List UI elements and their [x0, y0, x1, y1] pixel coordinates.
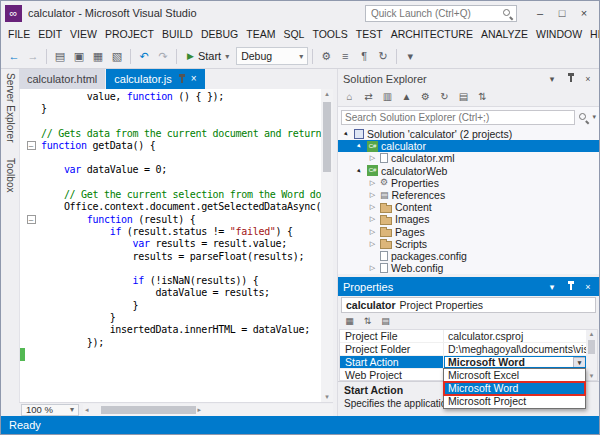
categorized-icon[interactable]: ▦ — [342, 315, 357, 328]
menu-item-help[interactable]: HELP — [586, 25, 599, 44]
refresh-icon[interactable]: ↻ — [374, 47, 392, 65]
tree-item-content[interactable]: ▷Content — [338, 201, 599, 213]
tab-calculator-html[interactable]: calculator.html — [19, 69, 105, 89]
tree-expanded-icon[interactable]: ▸ — [353, 165, 365, 177]
editor-horizontal-scrollbar[interactable]: ◂ ▸ — [83, 404, 333, 416]
tree-item-web-config[interactable]: ▷Web.config — [338, 262, 599, 274]
tree-item-calculatorweb[interactable]: ▸C#calculatorWeb — [338, 165, 599, 177]
tab-calculator-js[interactable]: calculator.js× — [106, 69, 204, 89]
menu-item-debug[interactable]: DEBUG — [197, 25, 242, 44]
menu-item-build[interactable]: BUILD — [158, 25, 197, 44]
fold-collapse-icon[interactable]: – — [27, 141, 36, 150]
menu-item-analyze[interactable]: ANALYZE — [477, 25, 532, 44]
toolbar-overflow-icon[interactable]: ▾ — [401, 47, 419, 65]
scrollbar-thumb[interactable] — [323, 102, 331, 172]
scroll-up-icon[interactable]: ▴ — [325, 89, 329, 99]
zoom-control[interactable]: 100 % ▾ — [21, 404, 79, 416]
chevron-down-icon[interactable]: ▾ — [592, 113, 596, 121]
menu-item-sql[interactable]: SQL — [279, 25, 308, 44]
scrollbar-thumb[interactable] — [588, 340, 595, 354]
tree-item-packages-config[interactable]: packages.config — [338, 250, 599, 262]
alphabetical-icon[interactable]: ⇅ — [360, 315, 375, 328]
tree-item-references[interactable]: ▷▤References — [338, 189, 599, 201]
fold-margin[interactable]: – — [25, 215, 37, 224]
tree-collapsed-icon[interactable]: ▷ — [368, 179, 377, 187]
window-menu-icon[interactable]: ▾ — [546, 282, 558, 292]
tree-item-scripts[interactable]: ▷Scripts — [338, 238, 599, 250]
property-row-project-file[interactable]: Project Filecalculator.csproj — [340, 330, 586, 343]
tree-item-solution-calculator-2-projects[interactable]: ▸Solution 'calculator' (2 projects) — [338, 128, 599, 140]
code-area[interactable]: value, function () { });}// Gets data fr… — [19, 89, 333, 402]
menu-item-test[interactable]: TEST — [352, 25, 387, 44]
scroll-down-icon[interactable]: ▾ — [325, 392, 329, 402]
find-in-files-icon[interactable]: ≡ — [336, 47, 354, 65]
menu-item-file[interactable]: FILE — [4, 25, 34, 44]
menu-item-view[interactable]: VIEW — [66, 25, 101, 44]
pin-icon[interactable] — [564, 281, 576, 293]
back-forward-icon[interactable]: ⇄ — [360, 89, 377, 105]
collapse-all-icon[interactable]: ▲ — [398, 89, 415, 105]
pin-icon[interactable] — [177, 74, 186, 84]
tree-collapsed-icon[interactable]: ▷ — [368, 215, 377, 223]
tree-item-pages[interactable]: ▷Pages — [338, 226, 599, 238]
save-icon[interactable]: ▦ — [89, 47, 107, 65]
property-pages-icon[interactable]: ▤ — [378, 315, 393, 328]
dropdown-option-microsoft-excel[interactable]: Microsoft Excel — [444, 369, 585, 382]
tab-server-explorer[interactable]: Server Explorer — [5, 73, 16, 142]
fold-margin[interactable]: – — [25, 141, 37, 150]
scroll-right-icon[interactable]: ▸ — [196, 405, 204, 415]
menu-item-tools[interactable]: TOOLS — [308, 25, 351, 44]
nav-forward-icon[interactable]: → — [24, 47, 42, 65]
tree-collapsed-icon[interactable]: ▷ — [368, 264, 377, 272]
tree-collapsed-icon[interactable]: ▷ — [368, 191, 377, 199]
property-row-project-folder[interactable]: Project FolderD:\meghagoyal\documents\vi… — [340, 343, 586, 356]
properties-object-selector[interactable]: calculator Project Properties — [341, 297, 596, 313]
tree-item-properties[interactable]: ▷⚙Properties — [338, 177, 599, 189]
build-icon[interactable]: ⚙ — [317, 47, 335, 65]
editor-vertical-scrollbar[interactable]: ▴ ▾ — [321, 89, 333, 402]
menu-item-edit[interactable]: EDIT — [34, 25, 66, 44]
scroll-down-icon[interactable]: ▾ — [590, 372, 594, 380]
menu-item-window[interactable]: WINDOW — [532, 25, 586, 44]
undo-icon[interactable]: ↶ — [135, 47, 153, 65]
start-debug-button[interactable]: ▶Start▾ — [181, 47, 235, 66]
sync-icon[interactable]: ⇅ — [474, 89, 491, 105]
new-file-icon[interactable]: ▤ — [51, 47, 69, 65]
window-menu-icon[interactable]: ▾ — [546, 74, 558, 84]
menu-item-architecture[interactable]: ARCHITECTURE — [387, 25, 477, 44]
tab-toolbox[interactable]: Toolbox — [5, 158, 16, 192]
close-icon[interactable]: × — [582, 74, 594, 84]
minimize-button[interactable]: – — [529, 4, 551, 22]
menu-item-project[interactable]: PROJECT — [101, 25, 158, 44]
properties-icon[interactable]: ⚙ — [417, 89, 434, 105]
tree-expanded-icon[interactable]: ▸ — [340, 128, 352, 140]
close-icon[interactable]: × — [191, 74, 197, 84]
properties-scrollbar[interactable]: ▴ ▾ — [586, 330, 597, 380]
home-icon[interactable]: ⌂ — [341, 89, 358, 105]
nav-back-icon[interactable]: ← — [5, 47, 23, 65]
refresh-icon[interactable]: ↻ — [436, 89, 453, 105]
solution-configurations-dropdown[interactable]: Debug▾ — [236, 47, 308, 65]
tree-collapsed-icon[interactable]: ▷ — [368, 240, 377, 248]
close-button[interactable]: × — [573, 4, 595, 22]
scroll-up-icon[interactable]: ▴ — [590, 330, 594, 338]
redo-icon[interactable]: ↷ — [154, 47, 172, 65]
comment-icon[interactable]: ¶ — [355, 47, 373, 65]
close-icon[interactable]: × — [582, 282, 594, 292]
show-all-files-icon[interactable]: ▥ — [379, 89, 396, 105]
tree-item-calculator[interactable]: ▸C#calculator — [338, 140, 599, 152]
dropdown-button[interactable]: ▾ — [573, 357, 586, 368]
maximize-button[interactable]: □ — [551, 4, 573, 22]
tree-expanded-icon[interactable]: ▸ — [353, 140, 365, 152]
preview-icon[interactable]: ▤ — [455, 89, 472, 105]
scrollbar-thumb[interactable] — [101, 406, 196, 414]
solution-search-input[interactable] — [341, 110, 575, 125]
dropdown-option-microsoft-project[interactable]: Microsoft Project — [444, 395, 585, 408]
quick-launch[interactable] — [365, 5, 517, 22]
fold-collapse-icon[interactable]: – — [27, 215, 36, 224]
menu-item-team[interactable]: TEAM — [242, 25, 279, 44]
open-file-icon[interactable]: ▣ — [70, 47, 88, 65]
save-all-icon[interactable]: ▧ — [108, 47, 126, 65]
tree-collapsed-icon[interactable]: ▷ — [368, 203, 377, 211]
dropdown-option-microsoft-word[interactable]: Microsoft Word — [444, 382, 585, 395]
